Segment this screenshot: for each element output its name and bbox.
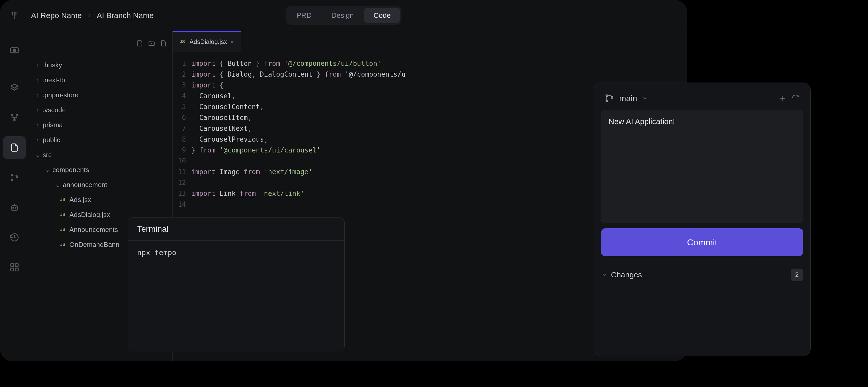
terminal-output[interactable]: npx tempo (128, 241, 344, 265)
plus-icon[interactable] (778, 94, 786, 103)
terminal-title: Terminal (128, 217, 344, 241)
folder-husky[interactable]: ›.husky (29, 58, 172, 72)
close-icon[interactable]: × (230, 38, 234, 45)
new-folder-icon[interactable] (148, 40, 155, 47)
app-window: AI Repo Name AI Branch Name PRD Design C… (0, 0, 687, 361)
new-file-icon[interactable] (136, 40, 144, 47)
svg-rect-11 (11, 264, 14, 267)
changes-count-badge: 2 (791, 269, 803, 281)
folder-components[interactable]: ⌄components (29, 162, 172, 177)
explorer-toolbar (29, 34, 172, 52)
svg-point-6 (11, 179, 13, 181)
folder-src[interactable]: ⌄src (29, 147, 172, 162)
breadcrumb: AI Repo Name AI Branch Name (31, 11, 154, 20)
breadcrumb-branch[interactable]: AI Branch Name (97, 11, 154, 20)
tab-prd[interactable]: PRD (287, 8, 321, 23)
record-icon[interactable] (3, 39, 26, 62)
apps-icon[interactable] (3, 256, 26, 279)
svg-point-5 (11, 174, 13, 176)
breadcrumb-repo[interactable]: AI Repo Name (31, 11, 82, 20)
changes-label: Changes (611, 270, 642, 279)
svg-point-4 (14, 119, 15, 121)
chevron-down-icon: ⌄ (35, 151, 40, 159)
chevron-down-icon (601, 272, 607, 278)
chevron-down-icon[interactable] (642, 95, 648, 101)
folder-next-tb[interactable]: ›.next-tb (29, 72, 172, 87)
folder-pnpm-store[interactable]: ›.pnpm-store (29, 87, 172, 102)
layers-icon[interactable] (3, 76, 26, 99)
svg-point-15 (606, 95, 608, 97)
folder-prisma[interactable]: ›prisma (29, 117, 172, 132)
tab-design[interactable]: Design (322, 8, 363, 23)
svg-rect-14 (15, 268, 18, 271)
svg-rect-12 (15, 264, 18, 267)
commit-button[interactable]: Commit (601, 228, 803, 256)
history-icon[interactable] (3, 226, 26, 249)
top-bar: AI Repo Name AI Branch Name PRD Design C… (0, 0, 687, 31)
refresh-icon[interactable] (791, 94, 800, 103)
chevron-right-icon (87, 13, 92, 18)
svg-point-16 (606, 100, 608, 102)
svg-point-2 (11, 114, 13, 116)
svg-rect-13 (11, 268, 14, 271)
tab-code[interactable]: Code (364, 8, 400, 23)
activity-bar (0, 31, 29, 361)
svg-point-10 (15, 207, 16, 208)
svg-point-3 (16, 114, 18, 116)
branch-name[interactable]: main (619, 94, 637, 103)
files-icon[interactable] (3, 136, 26, 159)
svg-point-9 (13, 207, 14, 208)
folder-announcement[interactable]: ⌄announcement (29, 177, 172, 192)
chevron-down-icon: ⌄ (45, 166, 50, 174)
js-file-icon: JS (180, 39, 185, 44)
branch-icon[interactable] (3, 166, 26, 189)
robot-icon[interactable] (3, 196, 26, 219)
editor-tab-adsdialog[interactable]: JS AdsDialog.jsx × (173, 31, 241, 51)
folder-vscode[interactable]: ›.vscode (29, 102, 172, 117)
file-ads-jsx[interactable]: JSAds.jsx (29, 192, 172, 207)
terminal-panel: Terminal npx tempo (128, 217, 345, 351)
collapse-icon[interactable] (160, 40, 167, 47)
editor-tab-label: AdsDialog.jsx (190, 38, 227, 45)
chevron-down-icon: ⌄ (55, 181, 60, 189)
changes-section-header[interactable]: Changes 2 (601, 269, 803, 281)
hierarchy-icon[interactable] (3, 106, 26, 129)
folder-public[interactable]: ›public (29, 132, 172, 147)
commit-panel: main New AI Application! Commit Changes … (594, 82, 811, 356)
app-logo-icon (8, 9, 21, 22)
editor-tab-bar: JS AdsDialog.jsx × (173, 31, 687, 52)
branch-selector-row: main (601, 90, 803, 110)
view-tab-group: PRD Design Code (285, 6, 401, 25)
git-branch-icon (604, 93, 615, 103)
commit-message-input[interactable]: New AI Application! (601, 110, 803, 223)
svg-point-1 (13, 49, 16, 51)
